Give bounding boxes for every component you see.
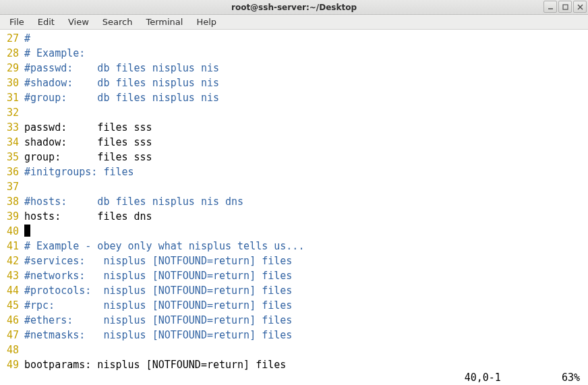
line-content: #rpc: nisplus [NOTFOUND=return] files xyxy=(19,298,292,313)
line-number: 34 xyxy=(0,135,19,150)
editor-area[interactable]: 27#28# Example:29#passwd: db files nispl… xyxy=(0,30,588,372)
scroll-percent: 63% xyxy=(562,372,580,384)
line-number: 39 xyxy=(0,209,19,224)
editor-line: 45#rpc: nisplus [NOTFOUND=return] files xyxy=(0,298,588,313)
editor-line: 38#hosts: db files nisplus nis dns xyxy=(0,194,588,209)
line-number: 37 xyxy=(0,179,19,194)
line-content: #netmasks: nisplus [NOTFOUND=return] fil… xyxy=(19,328,292,343)
line-content: #shadow: db files nisplus nis xyxy=(19,76,219,90)
editor-line: 32 xyxy=(0,105,588,120)
editor-line: 44#protocols: nisplus [NOTFOUND=return] … xyxy=(0,283,588,298)
editor-line: 46#ethers: nisplus [NOTFOUND=return] fil… xyxy=(0,313,588,328)
editor-line: 31#group: db files nisplus nis xyxy=(0,90,588,105)
close-button[interactable] xyxy=(573,1,587,13)
line-number: 36 xyxy=(0,165,19,179)
line-number: 40 xyxy=(0,224,19,239)
editor-line: 43#networks: nisplus [NOTFOUND=return] f… xyxy=(0,268,588,283)
line-content: #hosts: db files nisplus nis dns xyxy=(19,194,243,209)
svg-rect-1 xyxy=(563,5,568,9)
line-content: group: files sss xyxy=(19,150,152,165)
menu-file[interactable]: File xyxy=(3,16,31,28)
menu-search[interactable]: Search xyxy=(96,16,140,28)
menu-view[interactable]: View xyxy=(61,16,96,28)
editor-line: 34shadow: files sss xyxy=(0,135,588,150)
line-content xyxy=(19,179,24,194)
line-content: # xyxy=(19,31,30,46)
line-number: 45 xyxy=(0,298,19,313)
line-content xyxy=(19,105,24,120)
line-content: #passwd: db files nisplus nis xyxy=(19,61,219,76)
line-number: 27 xyxy=(0,31,19,46)
editor-line: 42#services: nisplus [NOTFOUND=return] f… xyxy=(0,254,588,268)
line-content: # Example - obey only what nisplus tells… xyxy=(19,239,304,254)
editor-line: 28# Example: xyxy=(0,46,588,61)
editor-line: 33passwd: files sss xyxy=(0,120,588,135)
editor-line: 48 xyxy=(0,343,588,357)
line-number: 43 xyxy=(0,268,19,283)
line-number: 47 xyxy=(0,328,19,343)
line-number: 29 xyxy=(0,61,19,76)
editor-line: 39hosts: files dns xyxy=(0,209,588,224)
line-number: 44 xyxy=(0,283,19,298)
line-number: 42 xyxy=(0,254,19,268)
line-content: #protocols: nisplus [NOTFOUND=return] fi… xyxy=(19,283,292,298)
line-number: 48 xyxy=(0,343,19,357)
line-content: #services: nisplus [NOTFOUND=return] fil… xyxy=(19,254,292,268)
line-content: #group: db files nisplus nis xyxy=(19,90,219,105)
editor-line: 30#shadow: db files nisplus nis xyxy=(0,76,588,90)
editor-line: 40 xyxy=(0,224,588,239)
line-content xyxy=(19,343,24,357)
line-number: 31 xyxy=(0,90,19,105)
line-number: 38 xyxy=(0,194,19,209)
line-content: passwd: files sss xyxy=(19,120,152,135)
window-controls xyxy=(543,1,587,13)
line-content: #initgroups: files xyxy=(19,165,134,179)
line-number: 46 xyxy=(0,313,19,328)
line-number: 30 xyxy=(0,76,19,90)
menubar: File Edit View Search Terminal Help xyxy=(0,15,588,30)
editor-line: 37 xyxy=(0,179,588,194)
editor-line: 36#initgroups: files xyxy=(0,165,588,179)
line-content: # Example: xyxy=(19,46,85,61)
window-title: root@ssh-server:~/Desktop xyxy=(231,3,357,12)
status-bar: 40,0-1 63% xyxy=(0,370,588,385)
line-content: hosts: files dns xyxy=(19,209,152,224)
maximize-button[interactable] xyxy=(558,1,572,13)
editor-line: 27# xyxy=(0,31,588,46)
line-number: 28 xyxy=(0,46,19,61)
cursor-position: 40,0-1 xyxy=(465,372,501,384)
text-cursor xyxy=(24,225,30,237)
menu-help[interactable]: Help xyxy=(189,16,223,28)
editor-line: 47#netmasks: nisplus [NOTFOUND=return] f… xyxy=(0,328,588,343)
editor-line: 29#passwd: db files nisplus nis xyxy=(0,61,588,76)
line-number: 41 xyxy=(0,239,19,254)
line-content: #networks: nisplus [NOTFOUND=return] fil… xyxy=(19,268,292,283)
minimize-button[interactable] xyxy=(543,1,557,13)
line-number: 32 xyxy=(0,105,19,120)
line-content: #ethers: nisplus [NOTFOUND=return] files xyxy=(19,313,292,328)
window-titlebar: root@ssh-server:~/Desktop xyxy=(0,0,588,15)
line-number: 35 xyxy=(0,150,19,165)
line-number: 33 xyxy=(0,120,19,135)
menu-edit[interactable]: Edit xyxy=(31,16,61,28)
line-content: shadow: files sss xyxy=(19,135,152,150)
line-content xyxy=(19,224,30,239)
editor-line: 41# Example - obey only what nisplus tel… xyxy=(0,239,588,254)
menu-terminal[interactable]: Terminal xyxy=(139,16,189,28)
editor-line: 35group: files sss xyxy=(0,150,588,165)
